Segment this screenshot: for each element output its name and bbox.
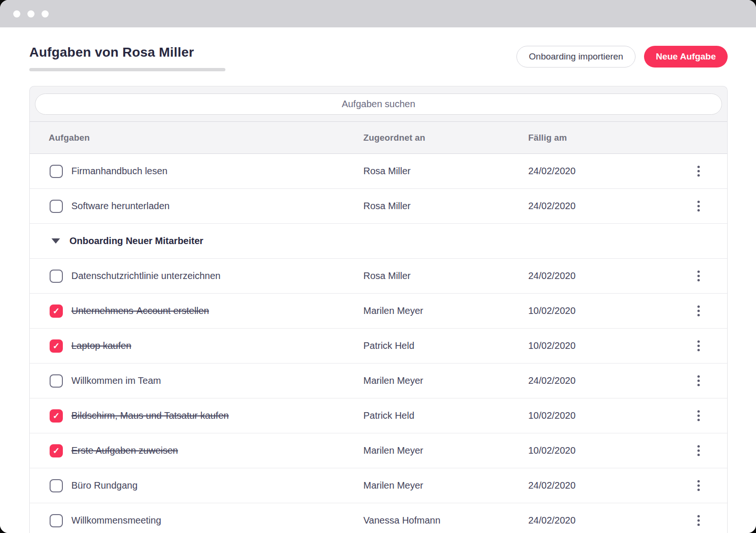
table-row: ✓ Willkommen im Team Marilen Meyer 24/02… [30,364,727,398]
assignee-name: Marilen Meyer [363,305,528,316]
task-checkbox[interactable]: ✓ [50,409,63,423]
assignee-name: Rosa Miller [363,201,528,212]
assignee-name: Marilen Meyer [363,480,528,491]
kebab-menu-icon[interactable] [695,477,703,494]
task-checkbox[interactable]: ✓ [50,305,63,318]
kebab-menu-icon[interactable] [695,372,703,389]
task-cell: ✓ Erste Aufgaben zuweisen [30,444,363,457]
column-header-task: Aufgaben [30,133,363,143]
table-row: ✓ Willkommensmeeting Vanessa Hofmann 24/… [30,503,727,533]
due-date: 24/02/2020 [528,515,670,526]
task-label: Bildschirm, Maus und Tatsatur kaufen [71,410,229,421]
due-date: 24/02/2020 [528,201,670,212]
row-menu-cell [670,512,727,529]
task-checkbox[interactable]: ✓ [50,339,63,353]
app-window: Aufgaben von Rosa Miller Onboarding impo… [0,0,756,533]
group-header-row: Onboarding Neuer Mitarbeiter [30,224,727,259]
assignee-name: Rosa Miller [363,271,528,281]
assignee-name: Marilen Meyer [363,375,528,386]
kebab-menu-icon[interactable] [695,338,703,354]
window-titlebar [0,0,756,27]
table-row: ✓ Erste Aufgaben zuweisen Marilen Meyer … [30,433,727,468]
task-checkbox[interactable]: ✓ [50,200,63,213]
table-row: ✓ Datenschutzrichtlinie unterzeichnen Ro… [30,259,727,294]
assignee-name: Vanessa Hofmann [363,515,528,526]
task-label: Datenschutzrichtlinie unterzeichnen [71,271,221,281]
task-label: Büro Rundgang [71,480,137,491]
table-row: ✓ Firmanhandbuch lesen Rosa Miller 24/02… [30,154,727,189]
column-header-due: Fällig am [528,133,670,143]
task-checkbox[interactable]: ✓ [50,165,63,178]
page-title: Aufgaben von Rosa Miller [29,45,225,60]
search-input[interactable] [35,93,722,115]
due-date: 24/02/2020 [528,480,670,491]
task-label: Unternehmens-Account erstellen [71,305,209,316]
task-label: Erste Aufgaben zuweisen [71,445,178,456]
due-date: 10/02/2020 [528,410,670,421]
assignee-name: Patrick Held [363,410,528,421]
checkmark-icon: ✓ [52,447,60,455]
table-row: ✓ Unternehmens-Account erstellen Marilen… [30,294,727,329]
table-row: ✓ Software herunterladen Rosa Miller 24/… [30,189,727,224]
table-rows: ✓ Firmanhandbuch lesen Rosa Miller 24/02… [30,154,727,533]
row-menu-cell [670,477,727,494]
row-menu-cell [670,268,727,284]
assignee-name: Marilen Meyer [363,445,528,456]
kebab-menu-icon[interactable] [695,163,703,179]
row-menu-cell [670,372,727,389]
window-control-dot[interactable] [42,10,49,17]
kebab-menu-icon[interactable] [695,407,703,424]
due-date: 24/02/2020 [528,166,670,177]
task-cell: ✓ Datenschutzrichtlinie unterzeichnen [30,270,363,283]
due-date: 24/02/2020 [528,271,670,281]
window-control-dot[interactable] [13,10,20,17]
table-row: ✓ Bildschirm, Maus und Tatsatur kaufen P… [30,398,727,433]
task-label: Willkommen im Team [71,375,161,386]
row-menu-cell [670,198,727,214]
chevron-down-icon[interactable] [52,238,60,244]
checkmark-icon: ✓ [52,342,60,350]
column-header-assignee: Zugeordnet an [363,133,528,143]
task-cell: ✓ Bildschirm, Maus und Tatsatur kaufen [30,409,363,423]
kebab-menu-icon[interactable] [695,198,703,214]
search-wrap [30,86,727,121]
due-date: 10/02/2020 [528,340,670,351]
kebab-menu-icon[interactable] [695,442,703,459]
task-label: Software herunterladen [71,201,170,212]
checkmark-icon: ✓ [52,412,60,420]
row-menu-cell [670,163,727,179]
task-checkbox[interactable]: ✓ [50,374,63,388]
tasks-card: Aufgaben Zugeordnet an Fällig am ✓ Firma… [29,86,728,533]
row-menu-cell [670,407,727,424]
due-date: 10/02/2020 [528,445,670,456]
kebab-menu-icon[interactable] [695,303,703,319]
task-label: Firmanhandbuch lesen [71,166,167,177]
task-cell: ✓ Willkommen im Team [30,374,363,388]
task-cell: ✓ Büro Rundgang [30,479,363,492]
kebab-menu-icon[interactable] [695,512,703,529]
page-body: Aufgaben von Rosa Miller Onboarding impo… [0,27,756,533]
row-menu-cell [670,442,727,459]
kebab-menu-icon[interactable] [695,268,703,284]
new-task-button[interactable]: Neue Aufgabe [644,46,728,68]
title-underline [29,68,225,71]
task-cell: ✓ Willkommensmeeting [30,514,363,527]
task-checkbox[interactable]: ✓ [50,444,63,457]
task-cell: ✓ Unternehmens-Account erstellen [30,305,363,318]
import-onboarding-button[interactable]: Onboarding importieren [516,46,636,68]
table-row: ✓ Laptop kaufen Patrick Held 10/02/2020 [30,329,727,364]
task-checkbox[interactable]: ✓ [50,270,63,283]
task-cell: ✓ Laptop kaufen [30,339,363,353]
table-header: Aufgaben Zugeordnet an Fällig am [30,121,727,154]
task-cell: ✓ Firmanhandbuch lesen [30,165,363,178]
task-label: Laptop kaufen [71,340,131,351]
task-checkbox[interactable]: ✓ [50,479,63,492]
group-label: Onboarding Neuer Mitarbeiter [69,236,203,246]
page-header: Aufgaben von Rosa Miller Onboarding impo… [29,45,728,71]
task-checkbox[interactable]: ✓ [50,514,63,527]
assignee-name: Patrick Held [363,340,528,351]
window-control-dot[interactable] [27,10,34,17]
checkmark-icon: ✓ [52,307,60,315]
header-actions: Onboarding importieren Neue Aufgabe [516,46,728,68]
task-label: Willkommensmeeting [71,515,161,526]
